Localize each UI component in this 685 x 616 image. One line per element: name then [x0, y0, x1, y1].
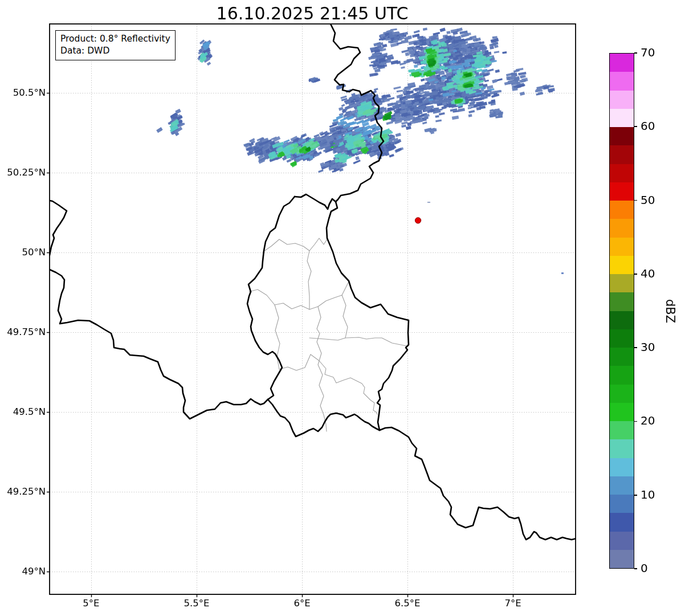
- colorbar-tick-label: 50: [641, 193, 655, 207]
- x-tick-label: 7°E: [487, 598, 539, 609]
- colorbar-tick-mark: [634, 52, 637, 54]
- colorbar-tick-label: 0: [641, 561, 648, 575]
- colorbar-tick-label: 70: [641, 46, 655, 59]
- colorbar-band: [610, 292, 634, 311]
- colorbar-band: [610, 329, 634, 348]
- colorbar-band: [610, 385, 634, 403]
- x-tick-label: 5°E: [66, 598, 117, 609]
- colorbar-tick-mark: [634, 421, 637, 422]
- info-data-line: Data: DWD: [60, 45, 170, 57]
- colorbar-band: [610, 109, 634, 127]
- colorbar-tick-label: 20: [641, 414, 655, 427]
- colorbar-band: [610, 421, 634, 439]
- colorbar-band: [610, 311, 634, 329]
- colorbar-band: [610, 201, 634, 219]
- colorbar-tick-label: 30: [641, 340, 655, 354]
- colorbar-tick-label: 40: [641, 267, 655, 280]
- y-tick-label: 50.5°N: [0, 87, 46, 98]
- y-tick-label: 49°N: [0, 566, 46, 577]
- colorbar-tick-label: 10: [641, 488, 655, 501]
- colorbar-band: [610, 238, 634, 256]
- colorbar-axis-label: dBZ: [663, 299, 677, 323]
- colorbar-band: [610, 458, 634, 476]
- y-tick-label: 49.25°N: [0, 486, 46, 497]
- radar-figure: 16.10.2025 21:45 UTC Product: 0.8° Refle…: [0, 0, 685, 616]
- colorbar-tick-mark: [634, 347, 637, 348]
- colorbar: [609, 53, 634, 569]
- colorbar-band: [610, 182, 634, 201]
- colorbar-band: [610, 439, 634, 458]
- colorbar-band: [610, 145, 634, 164]
- colorbar-band: [610, 550, 634, 568]
- x-tick-label: 6.5°E: [382, 598, 433, 609]
- radar-map-canvas: [0, 0, 685, 616]
- y-tick-label: 50°N: [0, 247, 46, 258]
- colorbar-band: [610, 54, 634, 72]
- colorbar-band: [610, 72, 634, 90]
- y-tick-label: 49.75°N: [0, 327, 46, 337]
- colorbar-band: [610, 219, 634, 237]
- x-tick-label: 5.5°E: [171, 598, 222, 609]
- figure-title: 16.10.2025 21:45 UTC: [217, 3, 409, 23]
- colorbar-band: [610, 127, 634, 145]
- colorbar-band: [610, 348, 634, 366]
- colorbar-band: [610, 532, 634, 550]
- info-product-line: Product: 0.8° Reflectivity: [60, 33, 170, 45]
- colorbar-band: [610, 495, 634, 513]
- colorbar-tick-mark: [634, 274, 637, 275]
- colorbar-tick-label: 60: [641, 119, 655, 133]
- colorbar-tick-mark: [634, 200, 637, 201]
- y-tick-label: 49.5°N: [0, 406, 46, 417]
- colorbar-band: [610, 366, 634, 384]
- colorbar-band: [610, 476, 634, 495]
- colorbar-tick-mark: [634, 126, 637, 127]
- colorbar-band: [610, 403, 634, 421]
- x-tick-label: 6°E: [276, 598, 328, 609]
- colorbar-band: [610, 164, 634, 182]
- colorbar-band: [610, 91, 634, 109]
- colorbar-tick-mark: [634, 495, 637, 496]
- colorbar-band: [610, 274, 634, 292]
- colorbar-band: [610, 513, 634, 531]
- y-tick-label: 50.25°N: [0, 167, 46, 178]
- colorbar-band: [610, 256, 634, 274]
- info-box: Product: 0.8° Reflectivity Data: DWD: [55, 30, 176, 60]
- colorbar-tick-mark: [634, 568, 637, 569]
